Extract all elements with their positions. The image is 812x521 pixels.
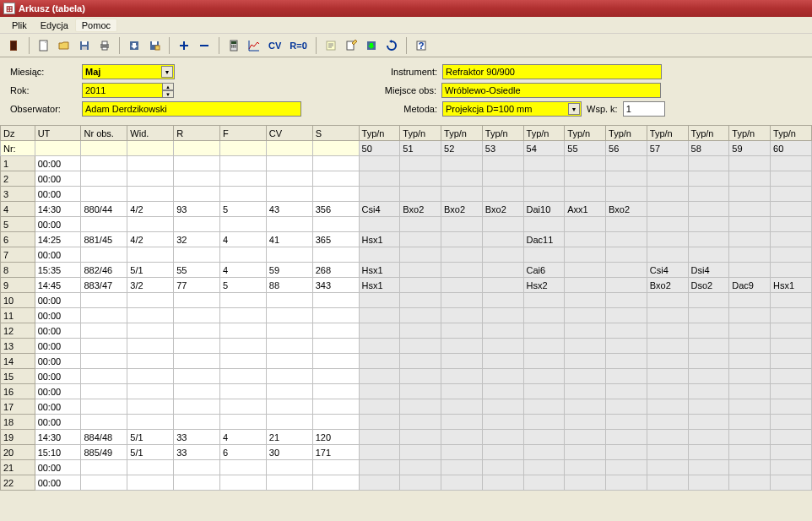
data-cell[interactable] (729, 187, 771, 202)
data-cell[interactable] (565, 354, 606, 369)
row-number[interactable]: 12 (1, 323, 35, 339)
row-number[interactable]: 6 (1, 232, 35, 247)
data-cell[interactable]: 171 (312, 445, 359, 460)
data-cell[interactable] (565, 369, 606, 384)
row-number[interactable]: 22 (1, 475, 35, 491)
data-cell[interactable] (127, 247, 174, 263)
data-cell[interactable] (647, 415, 688, 430)
data-cell[interactable] (174, 384, 220, 399)
data-cell[interactable] (565, 430, 606, 445)
data-cell[interactable]: Dac9 (729, 278, 771, 293)
row-number[interactable]: 9 (1, 278, 35, 293)
data-cell[interactable]: 00:00 (35, 384, 81, 399)
data-cell[interactable] (482, 308, 523, 323)
data-cell[interactable] (606, 475, 647, 491)
data-cell[interactable] (174, 475, 220, 491)
data-cell[interactable] (729, 263, 771, 278)
data-cell[interactable] (400, 369, 441, 384)
data-cell[interactable] (729, 354, 771, 369)
data-cell[interactable] (565, 293, 606, 308)
data-cell[interactable] (688, 187, 729, 202)
data-cell[interactable] (220, 293, 267, 308)
data-cell[interactable]: 356 (312, 202, 359, 217)
data-cell[interactable] (312, 323, 359, 339)
data-cell[interactable] (400, 156, 441, 171)
data-cell[interactable] (606, 247, 647, 263)
field-metoda[interactable]: Projekcja D=100 mm (442, 101, 582, 117)
data-cell[interactable] (312, 247, 359, 263)
data-cell[interactable] (729, 445, 771, 460)
data-cell[interactable] (482, 460, 523, 475)
subheader-cell[interactable] (174, 141, 220, 156)
data-cell[interactable] (482, 384, 523, 399)
data-cell[interactable]: 4 (220, 263, 267, 278)
row-number[interactable]: 16 (1, 384, 35, 399)
data-cell[interactable]: 00:00 (35, 187, 81, 202)
data-cell[interactable] (359, 369, 400, 384)
data-cell[interactable]: 00:00 (35, 339, 81, 354)
data-cell[interactable] (606, 384, 647, 399)
data-cell[interactable] (771, 308, 812, 323)
data-cell[interactable] (81, 217, 127, 232)
data-cell[interactable] (266, 369, 312, 384)
data-cell[interactable] (266, 339, 312, 354)
data-cell[interactable] (359, 445, 400, 460)
data-cell[interactable] (771, 339, 812, 354)
data-cell[interactable]: Bxo2 (606, 202, 647, 217)
field-miesiac[interactable]: Maj (82, 64, 175, 79)
data-cell[interactable]: 885/49 (81, 445, 127, 460)
data-cell[interactable] (729, 171, 771, 187)
data-cell[interactable] (441, 247, 483, 263)
data-cell[interactable] (81, 415, 127, 430)
data-cell[interactable] (312, 354, 359, 369)
data-cell[interactable]: Hsx1 (359, 278, 400, 293)
row-number[interactable]: 21 (1, 460, 35, 475)
data-cell[interactable] (174, 354, 220, 369)
data-cell[interactable]: Hsx1 (359, 232, 400, 247)
data-cell[interactable] (688, 232, 729, 247)
data-cell[interactable]: Dso2 (688, 278, 729, 293)
data-cell[interactable] (81, 339, 127, 354)
data-cell[interactable] (482, 354, 523, 369)
data-cell[interactable]: 88 (266, 278, 312, 293)
data-cell[interactable] (606, 232, 647, 247)
data-cell[interactable]: Bxo2 (400, 202, 441, 217)
subheader-cell[interactable] (35, 141, 81, 156)
data-cell[interactable] (606, 445, 647, 460)
data-cell[interactable] (771, 187, 812, 202)
data-cell[interactable] (523, 171, 565, 187)
data-cell[interactable]: 4/2 (127, 232, 174, 247)
data-cell[interactable] (523, 247, 565, 263)
data-cell[interactable] (441, 293, 483, 308)
data-cell[interactable] (220, 187, 267, 202)
column-header[interactable]: Dz (1, 126, 35, 141)
data-cell[interactable] (400, 415, 441, 430)
column-header[interactable]: R (174, 126, 220, 141)
subheader-cell[interactable]: 57 (647, 141, 688, 156)
data-cell[interactable] (729, 232, 771, 247)
data-cell[interactable] (174, 323, 220, 339)
subheader-cell[interactable]: 50 (359, 141, 400, 156)
data-cell[interactable] (127, 475, 174, 491)
menu-edycja[interactable]: Edycja (34, 19, 75, 32)
data-cell[interactable] (771, 293, 812, 308)
data-cell[interactable]: 4/2 (127, 202, 174, 217)
data-cell[interactable] (127, 384, 174, 399)
subheader-cell[interactable]: 60 (771, 141, 812, 156)
column-header[interactable]: Typ/n (729, 126, 771, 141)
data-cell[interactable] (482, 399, 523, 415)
data-cell[interactable] (220, 415, 267, 430)
data-cell[interactable] (688, 415, 729, 430)
data-cell[interactable]: 41 (266, 232, 312, 247)
data-cell[interactable]: 880/44 (81, 202, 127, 217)
data-cell[interactable] (127, 171, 174, 187)
column-header[interactable]: F (220, 126, 267, 141)
data-cell[interactable]: 00:00 (35, 308, 81, 323)
data-cell[interactable] (220, 171, 267, 187)
data-cell[interactable] (565, 247, 606, 263)
data-cell[interactable] (482, 323, 523, 339)
data-cell[interactable] (266, 460, 312, 475)
data-cell[interactable] (606, 263, 647, 278)
data-cell[interactable] (647, 202, 688, 217)
data-cell[interactable] (771, 475, 812, 491)
